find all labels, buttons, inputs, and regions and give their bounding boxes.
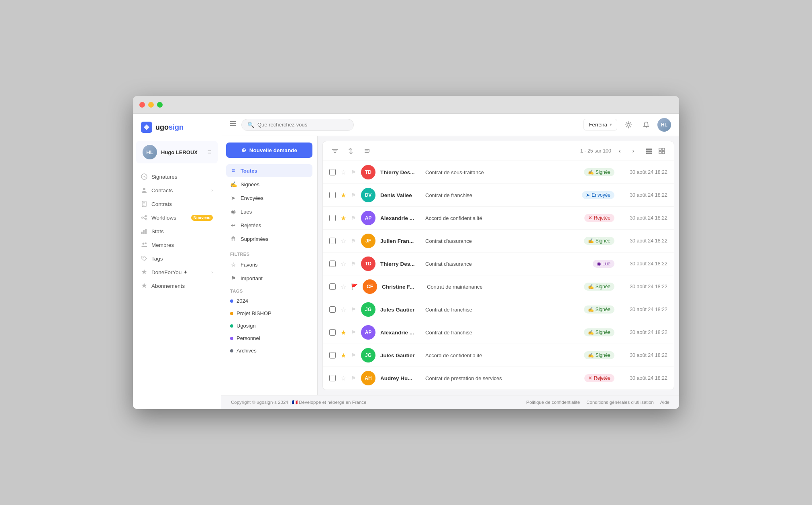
hamburger-icon[interactable] [229, 120, 237, 129]
row-checkbox[interactable] [329, 261, 336, 267]
next-page-button[interactable]: › [628, 146, 639, 156]
sidebar-item-stats[interactable]: Stats [133, 224, 221, 238]
sidebar-item-doneforyou[interactable]: DoneForYou ✦ › [133, 265, 221, 279]
star-icon[interactable]: ☆ [341, 260, 346, 268]
table-row[interactable]: ★ ⚑ AP Alexandrie ... Accord de confiden… [323, 207, 674, 230]
row-checkbox[interactable] [329, 238, 336, 244]
columns-icon[interactable] [361, 145, 373, 157]
footer-link-terms[interactable]: Conditions générales d'utilisation [586, 400, 654, 405]
flag-icon[interactable]: ⚑ [351, 261, 356, 267]
star-icon[interactable]: ☆ [341, 283, 346, 291]
table-row[interactable]: ☆ ⚑ TD Thierry Des... Contrat de sous-tr… [323, 161, 674, 184]
flag-icon[interactable]: ⚑ [351, 192, 356, 198]
filter-favoris[interactable]: ☆ Favoris [226, 258, 312, 271]
flag-icon[interactable]: ⚑ [351, 306, 356, 313]
flag-icon[interactable]: ⚑ [351, 238, 356, 244]
flag-icon[interactable]: ⚑ [351, 375, 356, 381]
row-checkbox[interactable] [329, 329, 336, 336]
avatar: JG [361, 302, 375, 317]
star-icon[interactable]: ☆ [341, 237, 346, 245]
row-date: 30 août 24 18:22 [619, 261, 667, 267]
star-icon[interactable]: ☆ [341, 375, 346, 382]
sidebar-item-signatures[interactable]: Signatures [133, 170, 221, 183]
table-row[interactable]: ☆ ⚑ AH Audrey Hu... Contrat de prestatio… [323, 367, 674, 390]
tag-dot [230, 312, 233, 315]
sort-icon[interactable] [345, 145, 357, 157]
footer-link-help[interactable]: Aide [660, 400, 669, 405]
tag-personnel[interactable]: Personnel [226, 332, 312, 344]
flag-icon[interactable]: ⚑ [351, 352, 356, 358]
close-button[interactable] [139, 102, 145, 108]
notification-icon[interactable] [640, 118, 653, 131]
star-icon[interactable]: ☆ [341, 306, 346, 314]
search-input[interactable] [257, 122, 348, 128]
pagination-label: 1 - 25 sur 100 [580, 148, 611, 154]
filter-rejetees[interactable]: ↩ Rejetées [226, 219, 312, 232]
maximize-button[interactable] [157, 102, 163, 108]
sidebar-item-tags[interactable]: Tags [133, 252, 221, 265]
filter-envoyees[interactable]: ➤ Envoyées [226, 191, 312, 204]
row-checkbox[interactable] [329, 215, 336, 221]
star-icon[interactable]: ★ [341, 214, 346, 222]
row-checkbox[interactable] [329, 306, 336, 313]
filter-signees[interactable]: ✍ Signées [226, 178, 312, 191]
flag-icon[interactable]: ⚑ [351, 169, 356, 175]
tag-archives[interactable]: Archives [226, 345, 312, 356]
table-row[interactable]: ★ ⚑ JG Jules Gautier Accord de confident… [323, 344, 674, 367]
sidebar-item-workflows[interactable]: Workflows Nouveau [133, 211, 221, 224]
svg-line-11 [143, 218, 145, 219]
table-row[interactable]: ★ ⚑ AP Alexandrie ... Contrat de franchi… [323, 321, 674, 344]
new-demand-button[interactable]: ⊕ Nouvelle demande [226, 143, 312, 158]
sidebar-label-contacts: Contacts [151, 187, 207, 193]
flag-icon[interactable]: ⚑ [351, 215, 356, 221]
sidebar-user-card[interactable]: HL Hugo LEROUX ≡ [136, 141, 218, 163]
user-menu-icon[interactable]: ≡ [208, 149, 211, 156]
list-view-button[interactable] [643, 145, 655, 157]
filter-toutes[interactable]: ≡ Toutes [226, 164, 312, 177]
row-checkbox[interactable] [329, 169, 336, 175]
star-icon[interactable]: ★ [341, 352, 346, 359]
prev-page-button[interactable]: ‹ [614, 146, 625, 156]
minimize-button[interactable] [148, 102, 154, 108]
table-row[interactable]: ★ ⚑ DV Denis Vallee Contrat de franchise… [323, 184, 674, 207]
table-row[interactable]: ☆ 🚩 CF Christine F... Contrat de mainten… [323, 275, 674, 298]
star-icon[interactable]: ★ [341, 191, 346, 199]
row-checkbox[interactable] [329, 283, 336, 290]
filter-supprimees[interactable]: 🗑 Supprimées [226, 232, 312, 245]
flag-icon[interactable]: ⚑ [351, 329, 356, 336]
star-icon[interactable]: ★ [341, 329, 346, 336]
footer-link-privacy[interactable]: Politique de confidentialité [526, 400, 580, 405]
tag-2024[interactable]: 2024 [226, 295, 312, 307]
filter-lues[interactable]: ◉ Lues [226, 205, 312, 218]
user-dropdown[interactable]: Ferreira ▾ [583, 119, 617, 130]
sun-icon[interactable] [622, 118, 635, 131]
sidebar-item-contacts[interactable]: Contacts › [133, 183, 221, 197]
row-checkbox[interactable] [329, 375, 336, 381]
sidebar-label-tags: Tags [151, 256, 213, 262]
star-icon[interactable]: ☆ [341, 169, 346, 176]
footer-copyright: Copyright © ugosign-s 2024 | 🇫🇷 Développ… [231, 399, 366, 405]
filter-important[interactable]: ⚑ Important [226, 272, 312, 285]
row-checkbox[interactable] [329, 352, 336, 358]
tag-projet-bishop[interactable]: Projet BISHOP [226, 307, 312, 319]
svg-rect-13 [143, 230, 145, 234]
search-box[interactable]: 🔍 [241, 119, 354, 131]
contacts-chevron-icon: › [211, 188, 213, 193]
grid-view-button[interactable] [656, 145, 667, 157]
row-contract: Contrat d'assurance [425, 261, 588, 267]
filter-list-icon[interactable] [329, 145, 341, 157]
tag-ugosign[interactable]: Ugosign [226, 320, 312, 332]
stats-icon [141, 228, 147, 234]
sidebar-item-membres[interactable]: Membres [133, 238, 221, 252]
row-checkbox[interactable] [329, 192, 336, 198]
star-icon: ☆ [230, 261, 237, 268]
svg-rect-14 [145, 229, 147, 234]
topbar-avatar[interactable]: HL [657, 118, 671, 132]
sidebar-item-abonnements[interactable]: Abonnements [133, 279, 221, 293]
table-row[interactable]: ☆ ⚑ JF Julien Fran... Contrat d'assuranc… [323, 230, 674, 252]
table-row[interactable]: ☆ ⚑ TD Thierry Des... Contrat d'assuranc… [323, 252, 674, 275]
row-name: Julien Fran... [380, 238, 420, 244]
sidebar-item-contrats[interactable]: Contrats [133, 197, 221, 211]
flag-icon[interactable]: 🚩 [351, 283, 358, 290]
table-row[interactable]: ☆ ⚑ JG Jules Gautier Contrat de franchis… [323, 298, 674, 321]
